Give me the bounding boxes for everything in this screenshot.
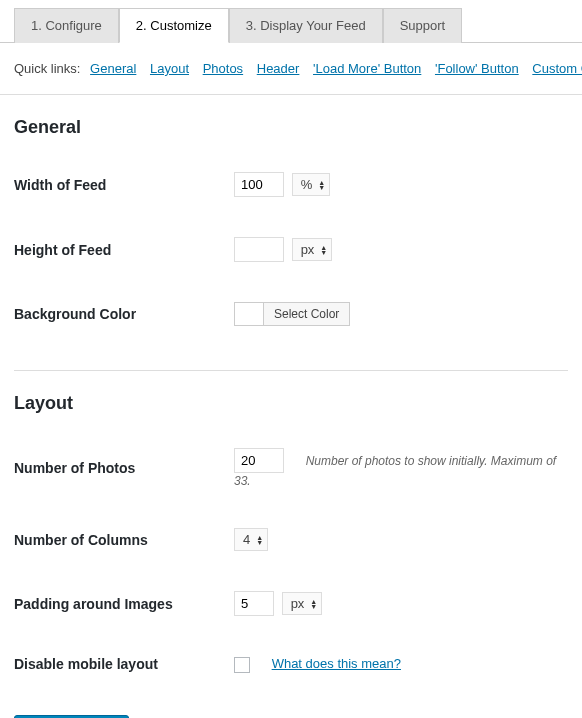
general-form: Width of Feed % ▲▼ Height of Feed px ▲▼ …: [14, 152, 568, 346]
label-padding-around-images: Padding around Images: [14, 571, 234, 636]
quicklink-custom[interactable]: Custom C: [532, 61, 582, 76]
chevron-updown-icon: ▲▼: [256, 535, 263, 545]
quicklink-header[interactable]: Header: [257, 61, 300, 76]
height-of-feed-input[interactable]: [234, 237, 284, 262]
save-changes-button[interactable]: Save Changes: [14, 715, 129, 718]
height-unit-value: px: [301, 242, 315, 257]
chevron-updown-icon: ▲▼: [318, 180, 325, 190]
chevron-updown-icon: ▲▼: [320, 245, 327, 255]
what-does-this-mean-link[interactable]: What does this mean?: [272, 656, 401, 671]
label-disable-mobile-layout: Disable mobile layout: [14, 636, 234, 693]
label-width-of-feed: Width of Feed: [14, 152, 234, 217]
quicklink-follow[interactable]: 'Follow' Button: [435, 61, 519, 76]
padding-around-images-input[interactable]: [234, 591, 274, 616]
number-of-columns-select[interactable]: 4 ▲▼: [234, 528, 268, 551]
label-number-of-columns: Number of Columns: [14, 508, 234, 571]
label-height-of-feed: Height of Feed: [14, 217, 234, 282]
disable-mobile-layout-checkbox[interactable]: [234, 657, 250, 673]
color-swatch[interactable]: [234, 302, 264, 326]
quick-links-label: Quick links:: [14, 61, 80, 76]
chevron-updown-icon: ▲▼: [310, 599, 317, 609]
section-heading-general: General: [14, 117, 568, 138]
number-of-photos-input[interactable]: [234, 448, 284, 473]
quicklink-load-more[interactable]: 'Load More' Button: [313, 61, 421, 76]
tab-customize[interactable]: 2. Customize: [119, 8, 229, 43]
select-color-button[interactable]: Select Color: [264, 302, 350, 326]
width-unit-select[interactable]: % ▲▼: [292, 173, 331, 196]
quick-links-bar: Quick links: General Layout Photos Heade…: [0, 43, 582, 95]
width-unit-value: %: [301, 177, 313, 192]
section-heading-layout: Layout: [14, 393, 568, 414]
quicklink-layout[interactable]: Layout: [150, 61, 189, 76]
section-divider: [14, 370, 568, 371]
layout-form: Number of Photos Number of photos to sho…: [14, 428, 568, 693]
tab-display-feed[interactable]: 3. Display Your Feed: [229, 8, 383, 43]
label-number-of-photos: Number of Photos: [14, 428, 234, 508]
number-of-columns-value: 4: [243, 532, 250, 547]
settings-tabs: 1. Configure 2. Customize 3. Display You…: [0, 0, 582, 43]
padding-unit-select[interactable]: px ▲▼: [282, 592, 323, 615]
padding-unit-value: px: [291, 596, 305, 611]
quicklink-photos[interactable]: Photos: [203, 61, 243, 76]
height-unit-select[interactable]: px ▲▼: [292, 238, 333, 261]
label-background-color: Background Color: [14, 282, 234, 346]
quicklink-general[interactable]: General: [90, 61, 136, 76]
width-of-feed-input[interactable]: [234, 172, 284, 197]
tab-support[interactable]: Support: [383, 8, 463, 43]
tab-configure[interactable]: 1. Configure: [14, 8, 119, 43]
